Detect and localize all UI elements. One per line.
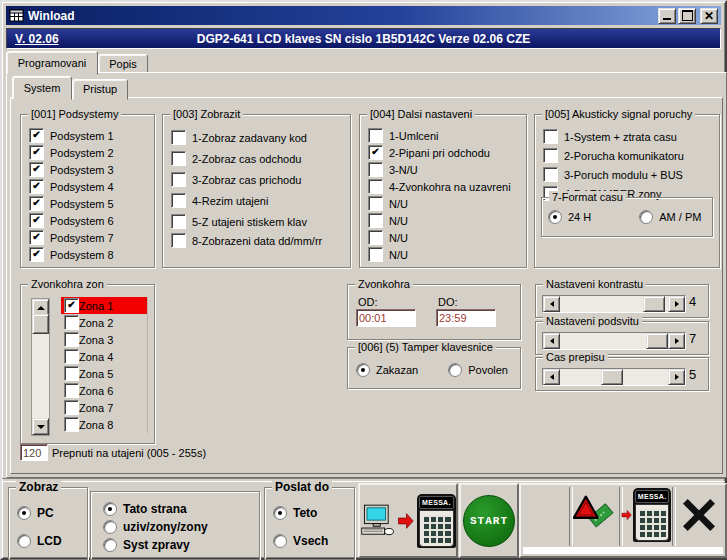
checkbox-row[interactable]: Podsystem 1	[29, 127, 154, 144]
checkbox-row[interactable]: 2-Pipani pri odchodu	[368, 144, 526, 161]
send-to-keypad-button[interactable]: MESSA.	[621, 487, 671, 543]
checkbox	[64, 315, 79, 330]
checkbox-row[interactable]: Podsystem 6	[29, 212, 154, 229]
radio-option[interactable]: uziv/zony/zony	[103, 518, 208, 535]
arrow-up-icon	[37, 306, 45, 310]
checkbox-row[interactable]: N/U	[368, 212, 526, 229]
radio-option[interactable]: Povolen	[448, 363, 508, 377]
start-button[interactable]: START	[459, 483, 519, 558]
cancel-button[interactable]	[674, 487, 723, 543]
radio-option[interactable]: Tato strana	[103, 500, 187, 517]
checkbox-row[interactable]: 2-Zobraz cas odchodu	[171, 148, 350, 169]
slider-right-button[interactable]	[668, 369, 685, 385]
checkbox	[368, 213, 383, 228]
scroll-down-button[interactable]	[32, 418, 49, 435]
checkbox-row[interactable]: 8-Zobrazeni data dd/mm/rr	[171, 232, 350, 249]
radio-dot-icon	[553, 215, 557, 219]
zone-row[interactable]: Zona 8	[61, 416, 147, 433]
group-tamper: [006] (5) Tamper klavesnice Zakazan Povo…	[347, 347, 521, 389]
slider-thumb[interactable]	[601, 369, 623, 385]
prepis-slider[interactable]	[542, 368, 686, 386]
checkbox	[29, 128, 44, 143]
zone-list-scrollbar[interactable]	[31, 298, 50, 436]
checkbox-row[interactable]: Podsystem 3	[29, 161, 154, 178]
checkbox-row[interactable]: N/U	[368, 195, 526, 212]
zone-row[interactable]: Zona 6	[61, 382, 147, 399]
prepis-value: 5	[689, 367, 696, 382]
checkbox-row[interactable]: Podsystem 2	[29, 144, 154, 161]
radio-option[interactable]: 24 H	[548, 210, 591, 224]
zone-label: Zona 6	[79, 385, 113, 397]
checkbox	[29, 162, 44, 177]
maximize-button[interactable]	[678, 8, 696, 24]
checkbox-row[interactable]: 2-Porucha komunikatoru	[543, 146, 719, 165]
tab-system[interactable]: System	[12, 76, 72, 100]
radio-option[interactable]: Teto	[273, 504, 317, 521]
status-strip	[523, 547, 723, 554]
checkbox-row[interactable]: 4-Zvonkohra na uzavreni	[368, 178, 526, 195]
radio-label: Povolen	[468, 364, 508, 376]
checkbox-row[interactable]: N/U	[368, 229, 526, 246]
checkbox-row[interactable]: Podsystem 7	[29, 229, 154, 246]
zone-row[interactable]: Zona 4	[61, 348, 147, 365]
radio-option[interactable]: AM / PM	[639, 210, 701, 224]
minimize-button[interactable]	[658, 8, 676, 24]
zone-row[interactable]: Zona 1	[61, 297, 147, 314]
radio	[103, 520, 117, 534]
slider-right-button[interactable]	[668, 333, 685, 349]
radio-option[interactable]: Vsech	[273, 532, 328, 549]
arrow-right-icon	[675, 338, 679, 344]
radio-dot-icon	[22, 511, 26, 515]
slider-left-button[interactable]	[543, 369, 560, 385]
slider-thumb[interactable]	[646, 333, 668, 349]
checkbox-row[interactable]: 1-Zobraz zadavany kod	[171, 127, 350, 148]
close-button[interactable]: ✕	[700, 8, 718, 24]
checkbox-row[interactable]: 3-N/U	[368, 161, 526, 178]
checkbox-row[interactable]: 1-System + ztrata casu	[543, 127, 719, 146]
check-icon	[32, 249, 40, 259]
slider-thumb[interactable]	[643, 296, 665, 312]
radio-option[interactable]: Syst zpravy	[103, 536, 190, 553]
checkbox-row[interactable]: 4-Rezim utajeni	[171, 190, 350, 211]
zone-row[interactable]: Zona 5	[61, 365, 147, 382]
radio	[356, 363, 370, 377]
checkbox-label: 3-Poruch modulu + BUS	[564, 169, 683, 181]
checkbox-row[interactable]: Podsystem 5	[29, 195, 154, 212]
podsvit-slider[interactable]	[542, 332, 686, 350]
zone-row[interactable]: Zona 2	[61, 314, 147, 331]
radio-dot-icon	[108, 507, 112, 511]
keypad-side-keys	[447, 515, 451, 543]
module-error-button[interactable]	[571, 487, 619, 543]
title-bar: Winload ✕	[6, 6, 721, 25]
checkbox-row[interactable]: Podsystem 4	[29, 178, 154, 195]
tab-programovani[interactable]: Programovani	[6, 51, 98, 75]
send-pc-to-keypad-button[interactable]: MESSA.	[358, 483, 458, 558]
radio-option[interactable]: LCD	[17, 532, 62, 549]
keypad-keys	[424, 515, 450, 543]
checkbox-row[interactable]: 5-Z utajeni stiskem klav	[171, 211, 350, 232]
checkbox	[64, 349, 79, 364]
checkbox-row[interactable]: 3-Zobraz cas prichodu	[171, 169, 350, 190]
zone-row[interactable]: Zona 7	[61, 399, 147, 416]
radio-option[interactable]: PC	[17, 504, 54, 521]
action-button-panel: MESSA.	[519, 483, 727, 558]
maximize-icon	[682, 10, 693, 21]
checkbox-row[interactable]: Podsystem 8	[29, 246, 154, 263]
radio-option[interactable]: Zakazan	[356, 363, 418, 377]
prepnuti-label: Prepnuti na utajeni (005 - 255s)	[52, 447, 206, 459]
checkbox-row[interactable]: N/U	[368, 246, 526, 263]
slider-left-button[interactable]	[543, 333, 560, 349]
od-input[interactable]	[356, 309, 416, 327]
slider-right-button[interactable]	[668, 296, 685, 312]
prepnuti-input[interactable]	[20, 444, 48, 461]
kontrast-slider[interactable]	[542, 295, 686, 313]
radio-label: PC	[37, 506, 54, 520]
slider-left-button[interactable]	[543, 296, 560, 312]
scrollbar-thumb[interactable]	[32, 314, 49, 334]
check-icon	[32, 181, 40, 191]
do-input[interactable]	[436, 309, 496, 327]
checkbox-row[interactable]: 3-Poruch modulu + BUS	[543, 165, 719, 184]
zone-row[interactable]: Zona 3	[61, 331, 147, 348]
tab-pristup[interactable]: Pristup	[72, 79, 128, 100]
checkbox-row[interactable]: 1-Umlceni	[368, 127, 526, 144]
